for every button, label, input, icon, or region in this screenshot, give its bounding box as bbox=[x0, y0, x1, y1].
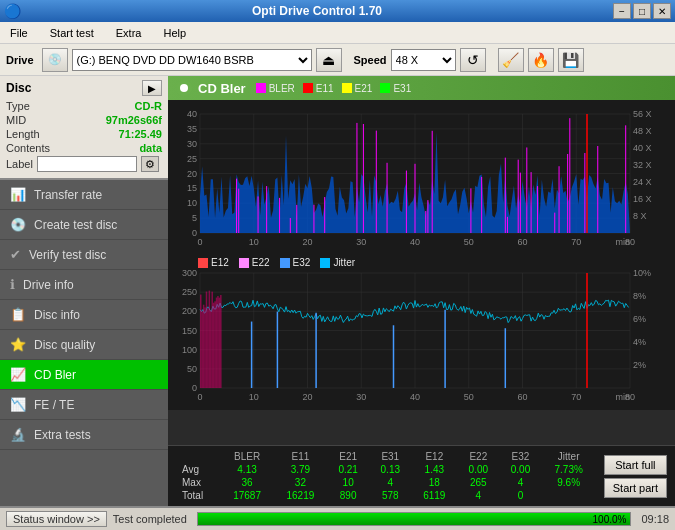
label-key: Label bbox=[6, 158, 33, 170]
window-controls: − □ ✕ bbox=[613, 3, 671, 19]
sidebar-item-disc-info[interactable]: 📋 Disc info bbox=[0, 300, 168, 330]
sidebar-item-cd-bler[interactable]: 📈 CD Bler bbox=[0, 360, 168, 390]
title-bar: 🔵 Opti Drive Control 1.70 − □ ✕ bbox=[0, 0, 675, 22]
stats-col-e31: E31 bbox=[369, 450, 411, 463]
legend-jitter-color bbox=[320, 258, 330, 268]
progress-bar-container: 100.0% bbox=[197, 512, 632, 526]
legend-e22-color bbox=[239, 258, 249, 268]
legend-e32: E32 bbox=[280, 257, 311, 268]
drive-icon-button[interactable]: 💿 bbox=[42, 48, 68, 72]
chart-header: CD Bler BLER E11 E21 E31 bbox=[168, 76, 675, 100]
stats-col-empty bbox=[176, 450, 220, 463]
menu-help[interactable]: Help bbox=[157, 25, 192, 41]
stats-col-e32: E32 bbox=[499, 450, 541, 463]
speed-label: Speed bbox=[354, 54, 387, 66]
label-gear-button[interactable]: ⚙ bbox=[141, 156, 159, 172]
legend-jitter: Jitter bbox=[320, 257, 355, 268]
speed-refresh-button[interactable]: ↺ bbox=[460, 48, 486, 72]
legend-bler: BLER bbox=[256, 83, 295, 94]
status-bar: Status window >> Test completed 100.0% 0… bbox=[0, 506, 675, 530]
speed-select[interactable]: 48 X bbox=[391, 49, 456, 71]
max-e32: 4 bbox=[499, 476, 541, 489]
max-e11: 32 bbox=[274, 476, 327, 489]
total-bler: 17687 bbox=[220, 489, 273, 502]
status-time: 09:18 bbox=[641, 513, 669, 525]
total-e12: 6119 bbox=[411, 489, 457, 502]
save-button[interactable]: 💾 bbox=[558, 48, 584, 72]
sidebar-item-drive-info[interactable]: ℹ Drive info bbox=[0, 270, 168, 300]
close-button[interactable]: ✕ bbox=[653, 3, 671, 19]
total-e22: 4 bbox=[457, 489, 499, 502]
legend-e12: E12 bbox=[198, 257, 229, 268]
status-completed-text: Test completed bbox=[113, 513, 187, 525]
legend-bler-label: BLER bbox=[269, 83, 295, 94]
legend-e11-color bbox=[303, 83, 313, 93]
sidebar-item-extra-tests[interactable]: 🔬 Extra tests bbox=[0, 420, 168, 450]
avg-label: Avg bbox=[176, 463, 220, 476]
max-label: Max bbox=[176, 476, 220, 489]
app-icon: 🔵 bbox=[4, 3, 21, 19]
eject-button[interactable]: ⏏ bbox=[316, 48, 342, 72]
legend-e11: E11 bbox=[303, 83, 334, 94]
stats-row-total: Total 17687 16219 890 578 6119 4 0 bbox=[176, 489, 596, 502]
start-full-button[interactable]: Start full bbox=[604, 455, 667, 475]
sidebar-item-label-extra-tests: Extra tests bbox=[34, 428, 91, 442]
legend-e21-color bbox=[342, 83, 352, 93]
eraser-button[interactable]: 🧹 bbox=[498, 48, 524, 72]
label-input[interactable] bbox=[37, 156, 137, 172]
progress-text: 100.0% bbox=[593, 513, 627, 526]
sidebar-item-verify-test-disc[interactable]: ✔ Verify test disc bbox=[0, 240, 168, 270]
total-e31: 578 bbox=[369, 489, 411, 502]
sidebar-item-label-verify-test-disc: Verify test disc bbox=[29, 248, 106, 262]
burn-button[interactable]: 🔥 bbox=[528, 48, 554, 72]
stats-row-avg: Avg 4.13 3.79 0.21 0.13 1.43 0.00 0.00 7… bbox=[176, 463, 596, 476]
stats-area: BLER E11 E21 E31 E12 E22 E32 Jitter Avg bbox=[168, 445, 675, 506]
legend-e12-color bbox=[198, 258, 208, 268]
sidebar-item-fe-te[interactable]: 📉 FE / TE bbox=[0, 390, 168, 420]
legend-e31-label: E31 bbox=[393, 83, 411, 94]
sidebar-item-label-disc-info: Disc info bbox=[34, 308, 80, 322]
progress-bar-fill bbox=[198, 513, 631, 525]
max-bler: 36 bbox=[220, 476, 273, 489]
sidebar-item-transfer-rate[interactable]: 📊 Transfer rate bbox=[0, 180, 168, 210]
max-e21: 10 bbox=[327, 476, 369, 489]
length-label: Length bbox=[6, 128, 40, 140]
drive-select[interactable]: (G:) BENQ DVD DD DW1640 BSRB bbox=[72, 49, 312, 71]
extra-tests-icon: 🔬 bbox=[10, 427, 26, 442]
total-e21: 890 bbox=[327, 489, 369, 502]
bottom-legend: E12 E22 E32 Jitter bbox=[198, 257, 355, 268]
disc-nav-button[interactable]: ▶ bbox=[142, 80, 162, 96]
avg-e22: 0.00 bbox=[457, 463, 499, 476]
avg-jitter: 7.73% bbox=[542, 463, 596, 476]
legend-e31-color bbox=[380, 83, 390, 93]
minimize-button[interactable]: − bbox=[613, 3, 631, 19]
menu-start-test[interactable]: Start test bbox=[44, 25, 100, 41]
stats-buttons: Start full Start part bbox=[604, 455, 667, 498]
disc-panel-title: Disc bbox=[6, 81, 31, 95]
menu-extra[interactable]: Extra bbox=[110, 25, 148, 41]
maximize-button[interactable]: □ bbox=[633, 3, 651, 19]
contents-value: data bbox=[139, 142, 162, 154]
chart-top bbox=[168, 100, 675, 255]
sidebar-item-disc-quality[interactable]: ⭐ Disc quality bbox=[0, 330, 168, 360]
status-window-button[interactable]: Status window >> bbox=[6, 511, 107, 527]
disc-quality-icon: ⭐ bbox=[10, 337, 26, 352]
menu-file[interactable]: File bbox=[4, 25, 34, 41]
transfer-rate-icon: 📊 bbox=[10, 187, 26, 202]
length-value: 71:25.49 bbox=[119, 128, 162, 140]
max-jitter: 9.6% bbox=[542, 476, 596, 489]
chart-icon bbox=[176, 80, 192, 96]
sidebar-item-create-test-disc[interactable]: 💿 Create test disc bbox=[0, 210, 168, 240]
right-panel: CD Bler BLER E11 E21 E31 bbox=[168, 76, 675, 506]
stats-col-e11: E11 bbox=[274, 450, 327, 463]
stats-col-bler: BLER bbox=[220, 450, 273, 463]
top-chart-canvas bbox=[168, 100, 675, 255]
start-part-button[interactable]: Start part bbox=[604, 478, 667, 498]
avg-bler: 4.13 bbox=[220, 463, 273, 476]
legend-bler-color bbox=[256, 83, 266, 93]
stats-col-e22: E22 bbox=[457, 450, 499, 463]
legend-e22: E22 bbox=[239, 257, 270, 268]
mid-value: 97m26s66f bbox=[106, 114, 162, 126]
sidebar-item-label-disc-quality: Disc quality bbox=[34, 338, 95, 352]
legend-jitter-label: Jitter bbox=[333, 257, 355, 268]
